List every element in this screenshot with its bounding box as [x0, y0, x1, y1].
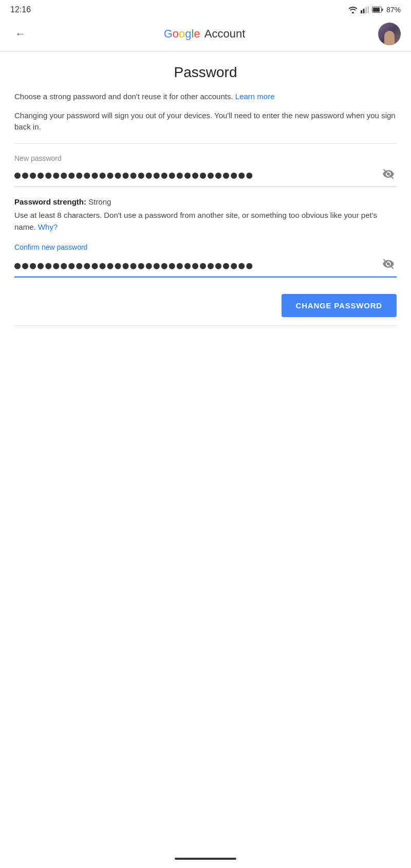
- home-indicator: [175, 858, 236, 860]
- change-password-button[interactable]: CHANGE PASSWORD: [282, 294, 397, 317]
- confirm-password-dots[interactable]: ●●●●●●●●●●●●●●●●●●●●●●●●●●●●●●●: [14, 258, 380, 272]
- nav-bar: ← Google Account: [0, 19, 411, 52]
- confirm-password-group: Confirm new password ●●●●●●●●●●●●●●●●●●●…: [14, 243, 397, 278]
- svg-rect-1: [361, 10, 362, 13]
- description-part1: Choose a strong password and don't reuse…: [14, 91, 397, 103]
- svg-rect-4: [367, 6, 369, 13]
- google-g: G: [164, 27, 173, 41]
- svg-rect-3: [365, 7, 367, 13]
- svg-rect-7: [382, 9, 383, 11]
- toggle-confirm-password-icon[interactable]: [380, 255, 397, 274]
- strength-tip: Use at least 8 characters. Don't use a p…: [14, 209, 397, 233]
- battery-percentage: 87%: [386, 6, 401, 14]
- signal-icon: [361, 6, 369, 13]
- google-o1: o: [173, 27, 179, 41]
- avatar-figure: [384, 31, 395, 45]
- svg-rect-2: [363, 9, 364, 13]
- learn-more-link[interactable]: Learn more: [235, 92, 275, 101]
- new-password-input-row: ●●●●●●●●●●●●●●●●●●●●●●●●●●●●●●●: [14, 165, 397, 187]
- back-button[interactable]: ←: [10, 24, 31, 44]
- new-password-label: New password: [14, 154, 397, 162]
- new-password-group: New password ●●●●●●●●●●●●●●●●●●●●●●●●●●●…: [14, 154, 397, 187]
- confirm-password-input-row: ●●●●●●●●●●●●●●●●●●●●●●●●●●●●●●●: [14, 255, 397, 278]
- bottom-divider: [14, 325, 397, 326]
- password-strength-section: Password strength: Strong Use at least 8…: [14, 197, 397, 233]
- battery-icon: [372, 7, 383, 13]
- description-part2: Changing your password will sign you out…: [14, 110, 397, 133]
- new-password-dots[interactable]: ●●●●●●●●●●●●●●●●●●●●●●●●●●●●●●●: [14, 168, 380, 182]
- divider-1: [14, 143, 397, 144]
- wifi-icon: [348, 6, 358, 13]
- svg-rect-6: [373, 8, 380, 12]
- confirm-password-label: Confirm new password: [14, 243, 397, 251]
- main-content: Password Choose a strong password and do…: [0, 52, 411, 338]
- svg-point-0: [352, 12, 354, 13]
- strength-label: Password strength: Strong: [14, 197, 397, 206]
- app-title: Google Account: [164, 27, 246, 41]
- google-g2: g: [185, 27, 191, 41]
- page-title: Password: [14, 64, 397, 81]
- google-o2: o: [179, 27, 185, 41]
- avatar[interactable]: [378, 23, 401, 45]
- button-row: CHANGE PASSWORD: [14, 294, 397, 317]
- toggle-new-password-icon[interactable]: [380, 165, 397, 184]
- strength-value: Strong: [88, 197, 111, 206]
- account-label: Account: [204, 27, 246, 41]
- why-link[interactable]: Why?: [38, 223, 58, 231]
- strength-bold-label: Password strength:: [14, 197, 86, 206]
- google-logo: Google: [164, 27, 200, 41]
- google-e: e: [194, 27, 200, 41]
- status-bar: 12:16 87%: [0, 0, 411, 19]
- status-icons: 87%: [348, 6, 401, 14]
- status-time: 12:16: [10, 5, 31, 14]
